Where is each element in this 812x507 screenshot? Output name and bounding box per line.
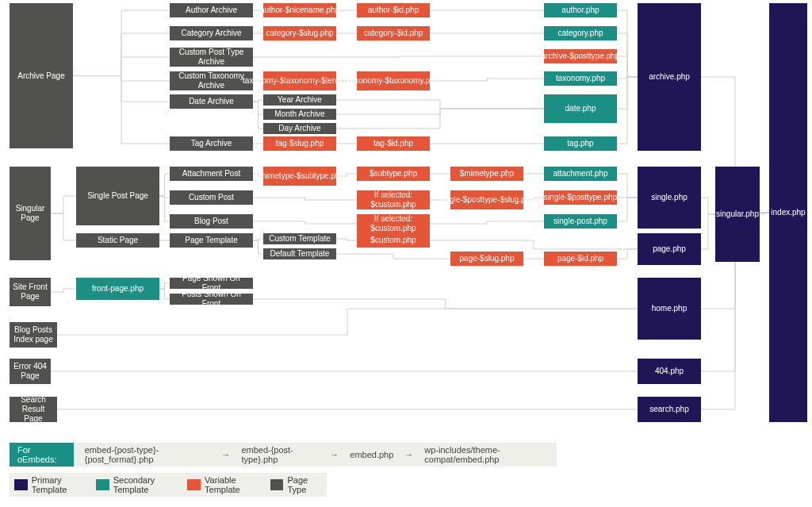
node-singular_php: singular.php <box>715 167 760 262</box>
node-single_pt: single-$posttype.php <box>544 190 617 205</box>
swatch-pagetype <box>270 479 284 490</box>
node-attachment_php: attachment.php <box>544 167 617 181</box>
node-tag_id: tag-$id.php <box>357 136 430 151</box>
node-archive_cpt: archive-$posttype.php <box>544 49 617 63</box>
node-default_template: Default Template <box>263 248 336 259</box>
node-arch_date: Date Archive <box>170 94 253 109</box>
node-search_php: search.php <box>638 397 701 422</box>
node-front_page_php: front-page.php <box>76 278 159 300</box>
node-cat_id: category-$id.php <box>357 26 430 40</box>
node-single_ptslug: single-$posttype-$slug.php <box>450 190 523 209</box>
node-single_php: single.php <box>638 167 701 229</box>
node-page_slug: page-$slug.php <box>450 252 523 266</box>
node-date_year: Year Archive <box>263 94 336 106</box>
node-page_id: page-$id.php <box>544 252 617 266</box>
node-subtype: $subtype.php <box>357 167 430 181</box>
node-cat_slug: category-$slug.php <box>263 26 336 40</box>
node-mime_sub: $mimetype-$subtype.php <box>263 167 336 186</box>
node-tax_tax: taxonomy-$taxonomy.php <box>357 71 430 90</box>
node-home_php: home.php <box>638 278 701 340</box>
node-root_404: Error 404 Page <box>10 359 51 384</box>
node-posts_on_front: Posts Shown On Front <box>170 294 253 305</box>
node-arch_cpt: Custom Post Type Archive <box>170 48 253 67</box>
node-single_post_php: single-post.php <box>544 214 617 229</box>
node-mimetype: $mimetype.php <box>450 167 523 181</box>
node-tag_slug: tag-$slug.php <box>263 136 336 151</box>
oembed-bar: For oEmbeds: embed-{post-type}-{post_for… <box>10 443 557 467</box>
node-arch_tax: Custom Taxonomy Archive <box>170 71 253 90</box>
node-custom_post: Custom Post <box>170 190 253 205</box>
node-date_month: Month Archive <box>263 109 336 120</box>
node-page_on_front: Page Shown On Front <box>170 278 253 289</box>
legend: Primary Template Secondary Template Vari… <box>10 473 327 497</box>
legend-pagetype: Page Type <box>270 475 322 494</box>
node-php_404: 404.php <box>638 359 701 384</box>
arrow-icon: → <box>330 450 339 459</box>
node-root_blog: Blog Posts Index page <box>10 322 57 348</box>
node-static_page: Static Page <box>76 233 159 248</box>
swatch-primary <box>14 479 28 490</box>
template-hierarchy-diagram: Archive PageSingular PageSite Front Page… <box>0 0 812 507</box>
node-custom_template: Custom Template <box>263 233 336 244</box>
node-tax_term: taxonomy-$taxonomy-$term.php <box>263 71 336 90</box>
node-tag_php: tag.php <box>544 136 617 151</box>
node-custom_php: $custom.php <box>357 233 430 248</box>
node-date_day: Day Archive <box>263 123 336 134</box>
arrow-icon: → <box>404 450 413 459</box>
node-attach_post: Attachment Post <box>170 167 253 181</box>
node-if_custom1: If selected: $custom.php <box>357 190 430 209</box>
node-archive_php: archive.php <box>638 3 701 151</box>
oembed-step-2: embed.php <box>350 450 393 459</box>
node-author_nicename: author-$nicename.php <box>263 3 336 17</box>
node-date_php: date.php <box>544 94 617 123</box>
node-root_search: Search Result Page <box>10 397 57 422</box>
swatch-secondary <box>96 479 109 490</box>
oembed-step-3: wp-includes/theme-compat/embed.php <box>424 445 557 464</box>
node-arch_tag: Tag Archive <box>170 136 253 151</box>
arrow-icon: → <box>221 450 230 459</box>
node-arch_cat: Category Archive <box>170 26 253 40</box>
node-index_php: index.php <box>769 3 807 422</box>
node-single_post_page: Single Post Page <box>76 167 159 225</box>
node-author_php: author.php <box>544 3 617 17</box>
node-blog_post: Blog Post <box>170 214 253 229</box>
node-taxonomy_php: taxonomy.php <box>544 71 617 86</box>
swatch-variable <box>187 479 201 490</box>
legend-primary: Primary Template <box>14 475 88 494</box>
oembed-step-1: embed-{post-type}.php <box>241 445 319 464</box>
node-category_php: category.php <box>544 26 617 40</box>
node-page_template: Page Template <box>170 233 253 248</box>
node-root_front: Site Front Page <box>10 278 51 306</box>
node-arch_author: Author Archive <box>170 3 253 17</box>
node-root_singular: Singular Page <box>10 167 51 260</box>
oembed-label: For oEmbeds: <box>10 443 74 467</box>
node-if_custom2: If selected: $custom.php <box>357 214 430 233</box>
node-author_id: author-$id.php <box>357 3 430 17</box>
node-page_php: page.php <box>638 233 701 265</box>
legend-variable: Variable Template <box>187 475 262 494</box>
oembed-step-0: embed-{post-type}-{post_format}.php <box>85 445 211 464</box>
legend-secondary: Secondary Template <box>96 475 179 494</box>
node-root_archive: Archive Page <box>10 3 73 148</box>
